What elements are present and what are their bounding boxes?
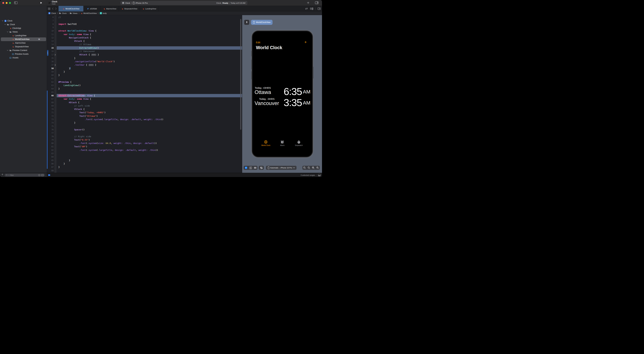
source-control-change-pill[interactable] [47, 50, 48, 56]
edit-button[interactable]: Edit [256, 41, 260, 44]
code-line-61[interactable]: 61 [47, 77, 242, 80]
selectable-mode-button[interactable] [250, 167, 252, 169]
fold-chevron-icon[interactable]: ❯ [54, 53, 56, 56]
zoom-out-button[interactable] [303, 166, 306, 169]
code-line-59[interactable]: 59 } [47, 70, 242, 74]
breadcrumb-item-Clock[interactable]: AClock [48, 12, 56, 14]
code-line-36[interactable]: 36 .navigationTitle("World Clock") [47, 60, 242, 63]
code-line-71[interactable]: 71 Text("Today, +0HRS") [47, 111, 242, 114]
code-line-84[interactable]: 84 [47, 155, 242, 159]
code-fold-pill[interactable]: ••• [88, 64, 94, 66]
add-clock-button[interactable]: + [304, 40, 307, 45]
code-line-77[interactable]: 77 [47, 131, 242, 135]
minimize-window-button[interactable] [6, 2, 8, 4]
back-chevron-icon[interactable] [52, 8, 54, 10]
code-line-13[interactable]: 13 VStack { [47, 40, 242, 43]
code-editor[interactable]: 6//78import SwiftUI910struct WorldClockV… [47, 15, 242, 173]
sidebar-item-alarmsview[interactable]: AlarmsView [0, 41, 47, 45]
code-line-17[interactable]: 17❯ HStack { ••• } [47, 53, 242, 56]
sidebar-item-clock[interactable]: Clock [0, 23, 47, 26]
sidebar-item-clock[interactable]: AClock [0, 19, 47, 23]
code-line-80[interactable]: 80 .font(.system(size: 64.0, weight: .th… [47, 142, 242, 145]
sidebar-item-views[interactable]: Views [0, 30, 47, 34]
preview-tag[interactable]: WorldClockView [251, 20, 272, 25]
code-line-16[interactable]: 16 // Vancouver [47, 50, 242, 53]
zoom-in-button[interactable] [316, 166, 319, 169]
code-line-62[interactable]: 62#Preview { [47, 80, 242, 84]
tab-WorldClockView[interactable]: WorldClockView [58, 6, 83, 12]
breadcrumb-item-body[interactable]: Pbody [100, 12, 107, 14]
tab-StopwatchView[interactable]: StopwatchView [119, 6, 140, 12]
code-line-65[interactable]: 65 [47, 91, 242, 94]
code-line-74[interactable]: 74 } [47, 121, 242, 125]
breakpoint-icon[interactable] [48, 174, 50, 176]
device-settings-button[interactable] [259, 166, 264, 170]
disclosure-chevron-icon[interactable] [2, 20, 3, 21]
disclosure-chevron-icon[interactable] [4, 24, 6, 25]
tab-overview-icon[interactable] [48, 8, 50, 10]
changed-files-icon[interactable] [41, 174, 44, 176]
inspector-toggle-icon[interactable] [315, 1, 318, 4]
sidebar-toggle-icon[interactable] [14, 1, 18, 4]
zoom-fit-button[interactable] [312, 166, 314, 169]
recent-files-icon[interactable] [38, 174, 40, 176]
code-line-58[interactable]: 58 } [47, 67, 242, 70]
add-file-button[interactable] [1, 173, 4, 175]
sidebar-item-worldclockview[interactable]: WorldClockViewM [0, 38, 47, 41]
zoom-actual-button[interactable]: 1 [308, 166, 310, 169]
code-line-78[interactable]: 78 // Right side [47, 135, 242, 138]
code-line-12[interactable]: 12 NavigationStack { [47, 36, 242, 40]
code-line-69[interactable]: 69 // Left side [47, 104, 242, 108]
code-line-85[interactable]: 85 } [47, 159, 242, 162]
code-line-79[interactable]: 79 Text("6:35") [47, 138, 242, 142]
editor-layout-icon[interactable] [318, 174, 321, 176]
add-editor-icon[interactable] [318, 8, 321, 10]
code-line-87[interactable]: 87} [47, 165, 242, 169]
variants-mode-button[interactable] [254, 167, 256, 169]
breadcrumb-item-WorldClockView[interactable]: WorldClockView [80, 12, 97, 14]
close-window-button[interactable] [2, 2, 4, 4]
editor-scrollbar[interactable] [240, 19, 241, 130]
code-line-35[interactable]: 35 } [47, 57, 242, 60]
code-line-88[interactable]: 88 [47, 169, 242, 172]
sidebar-item-clockapp[interactable]: ClockApp [0, 26, 47, 30]
breadcrumb-item-Views[interactable]: Views [70, 12, 78, 14]
fold-chevron-icon[interactable]: ❯ [54, 63, 56, 67]
forward-chevron-icon[interactable] [55, 8, 57, 10]
preview-device-picker[interactable]: Automatic – iPhone 16 Pro [266, 166, 296, 170]
sidebar-item-landingview[interactable]: LandingView [0, 34, 47, 38]
code-line-75[interactable]: 75 [47, 125, 242, 128]
world-clock-row-vancouver[interactable]: Today, -3HRSVancouver3:35AM [254, 97, 310, 108]
sidebar-item-assets[interactable]: Assets [0, 56, 47, 60]
code-line-76[interactable]: 76 Spacer() [47, 128, 242, 131]
code-line-64[interactable]: 64} [47, 87, 242, 90]
phone-tab-alarm[interactable]: Alarm [276, 140, 289, 146]
activity-pill[interactable]: A Clock ⟩ iPhone 16 Pro Clock: Ready | T… [120, 1, 247, 5]
code-line-6[interactable]: 6// [47, 16, 242, 19]
tab-AlarmsView[interactable]: AlarmsView [101, 6, 119, 12]
disclosure-chevron-icon[interactable] [7, 31, 8, 32]
code-line-15[interactable]: 15 ExtractedView() [47, 46, 242, 50]
swap-editor-icon[interactable] [305, 8, 308, 10]
branch-group[interactable]: Clock main [48, 1, 57, 5]
code-line-10[interactable]: 10struct WorldClockView: View { [47, 29, 242, 33]
code-line-72[interactable]: 72 Text("Ottawa") [47, 114, 242, 118]
breadcrumb-item-Clock[interactable]: Clock [59, 12, 66, 14]
code-line-73[interactable]: 73 .font(.system(.largeTitle, design: .d… [47, 118, 242, 121]
sidebar-item-preview-assets[interactable]: Preview Assets [0, 52, 47, 56]
tab-LandingView[interactable]: LandingView [140, 6, 159, 12]
scheme-selector[interactable]: A Clock ⟩ iPhone 16 Pro [122, 1, 148, 5]
code-line-8[interactable]: 8import SwiftUI [47, 23, 242, 26]
filter-field[interactable]: Filter [4, 174, 45, 176]
code-line-11[interactable]: 11 var body: some View { [47, 33, 242, 36]
code-line-63[interactable]: 63 LandingView() [47, 84, 242, 87]
code-line-82[interactable]: 82 .font(.system(.largeTitle, design: .d… [47, 148, 242, 152]
code-line-14[interactable]: 14 // Ottawa [47, 43, 242, 46]
code-line-37[interactable]: 37❯ .toolbar { ••• } [47, 63, 242, 67]
run-button[interactable] [40, 2, 42, 4]
code-line-70[interactable]: 70 VStack { [47, 108, 242, 111]
code-fold-pill[interactable]: ••• [91, 54, 96, 56]
code-line-83[interactable]: 83 [47, 152, 242, 155]
phone-tab-world-clock[interactable]: World Clock [259, 140, 272, 146]
sidebar-item-preview-content[interactable]: Preview Content [0, 49, 47, 52]
